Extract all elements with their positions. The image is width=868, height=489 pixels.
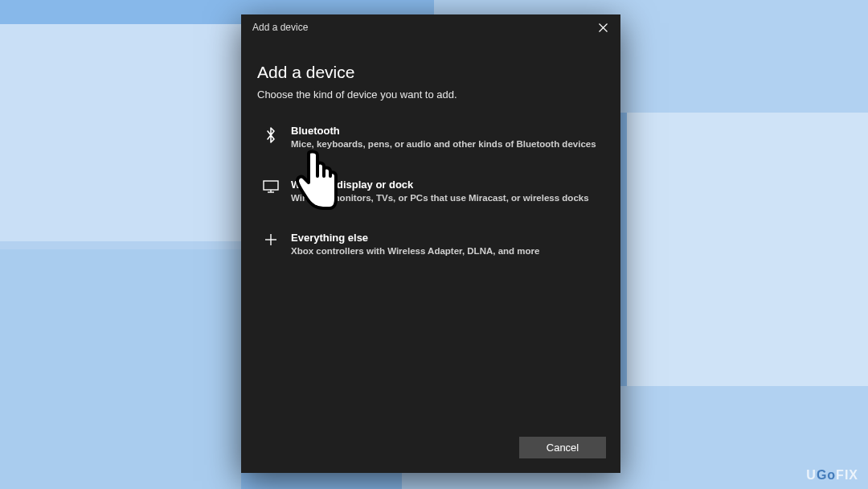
- option-desc: Mice, keyboards, pens, or audio and othe…: [291, 138, 600, 151]
- bluetooth-icon: [265, 126, 276, 144]
- wallpaper-shape: [0, 241, 241, 489]
- add-device-dialog: Add a device Add a device Choose the kin…: [241, 14, 620, 473]
- watermark-text: U: [806, 468, 817, 482]
- option-bluetooth[interactable]: Bluetooth Mice, keyboards, pens, or audi…: [257, 118, 604, 158]
- dialog-titlebar: Add a device: [241, 14, 620, 40]
- monitor-icon: [263, 180, 279, 193]
- option-desc: Xbox controllers with Wireless Adapter, …: [291, 245, 600, 258]
- close-button[interactable]: [585, 14, 620, 40]
- option-title: Wireless display or dock: [291, 179, 600, 191]
- cancel-button[interactable]: Cancel: [519, 437, 606, 458]
- plus-icon: [264, 233, 277, 246]
- dialog-heading: Add a device: [257, 63, 604, 82]
- dialog-content: Add a device Choose the kind of device y…: [241, 40, 620, 427]
- watermark: UGoFIX: [806, 468, 858, 483]
- wallpaper-shape: [627, 113, 868, 386]
- option-wireless-display[interactable]: Wireless display or dock Wireless monito…: [257, 172, 604, 212]
- desktop-background: Add a device Add a device Choose the kin…: [0, 0, 868, 489]
- option-desc: Wireless monitors, TVs, or PCs that use …: [291, 192, 600, 205]
- option-title: Everything else: [291, 232, 600, 244]
- dialog-subtext: Choose the kind of device you want to ad…: [257, 88, 604, 101]
- option-everything-else[interactable]: Everything else Xbox controllers with Wi…: [257, 225, 604, 265]
- dialog-footer: Cancel: [241, 427, 620, 473]
- close-icon: [599, 23, 608, 32]
- watermark-text: Go: [817, 468, 836, 482]
- svg-rect-0: [264, 181, 278, 190]
- option-title: Bluetooth: [291, 125, 600, 137]
- wallpaper-shape: [0, 24, 273, 249]
- watermark-text: FIX: [836, 468, 858, 482]
- dialog-title: Add a device: [252, 22, 308, 33]
